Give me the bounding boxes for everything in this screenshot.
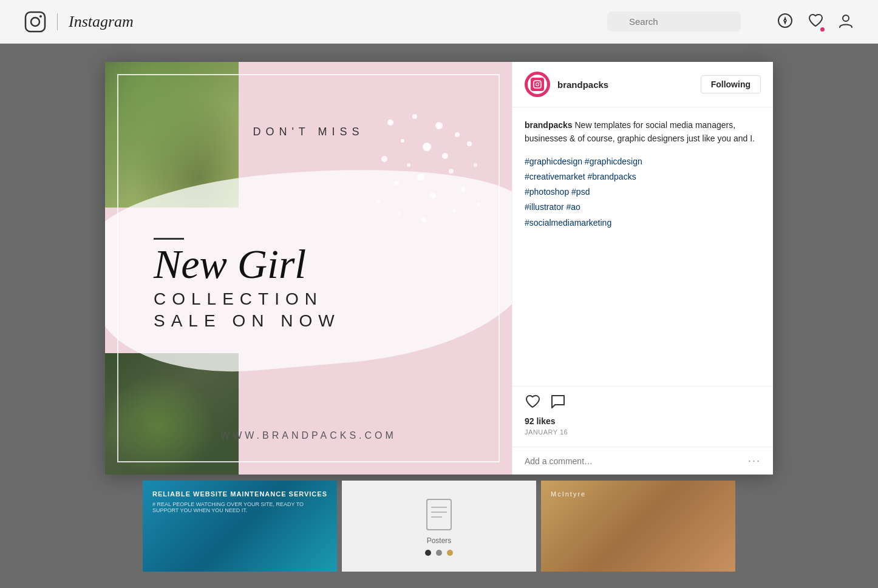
action-icons-row — [525, 394, 761, 411]
svg-point-15 — [381, 156, 387, 162]
thumbnail-1[interactable]: RELIABLE WEBSITE MAINTENANCE SERVICES # … — [143, 481, 337, 572]
post-caption: brandpacks New templates for social medi… — [512, 107, 773, 386]
comment-input[interactable] — [525, 456, 742, 466]
leaf-bottom-left — [105, 353, 239, 475]
thumb3-label: McIntyre — [541, 481, 735, 507]
thumbnail-3[interactable]: McIntyre — [541, 481, 735, 572]
brand-name: Instagram — [69, 13, 134, 31]
svg-point-23 — [376, 200, 380, 203]
thumbnails-row: RELIABLE WEBSITE MAINTENANCE SERVICES # … — [0, 481, 878, 572]
post-card: DON'T MISS New Girl COLLECTION SALE ON N… — [105, 62, 773, 475]
nav-icons — [777, 13, 854, 30]
avatar-inner — [528, 75, 547, 94]
main-content: DON'T MISS New Girl COLLECTION SALE ON N… — [0, 44, 878, 475]
svg-rect-0 — [26, 12, 45, 32]
svg-point-24 — [430, 192, 436, 198]
instagram-logo-icon — [24, 11, 46, 33]
post-actions: 92 likes JANUARY 16 — [512, 386, 773, 447]
svg-point-29 — [477, 203, 480, 206]
caption-paragraph: brandpacks New templates for social medi… — [525, 118, 761, 146]
post-right-panel: brandpacks Following brandpacks New temp… — [512, 62, 773, 475]
svg-point-26 — [398, 212, 401, 215]
search-input[interactable] — [607, 12, 741, 32]
post-header: brandpacks Following — [512, 62, 773, 107]
heart-dot-badge — [820, 27, 825, 32]
svg-point-16 — [407, 163, 410, 167]
nav-divider — [57, 13, 58, 30]
svg-point-19 — [394, 181, 399, 186]
comment-button[interactable] — [550, 394, 566, 411]
svg-point-31 — [536, 83, 539, 86]
more-options[interactable]: ··· — [748, 455, 761, 467]
svg-marker-7 — [783, 20, 787, 25]
thumb2-label: Posters — [427, 536, 452, 545]
svg-point-21 — [449, 169, 454, 174]
like-icon — [525, 394, 540, 410]
explore-icon — [777, 13, 793, 29]
thumbnail-2[interactable]: Posters — [342, 481, 536, 572]
post-username: brandpacks — [557, 79, 693, 90]
thumb1-label: RELIABLE WEBSITE MAINTENANCE SERVICES — [152, 490, 327, 498]
avatar-logo — [531, 78, 544, 91]
new-girl-wrap: New Girl COLLECTION SALE ON NOW — [154, 238, 341, 331]
profile-button[interactable] — [838, 13, 854, 30]
thumb1-sublabel: # REAL PEOPLE WATCHING OVER YOUR SITE, R… — [152, 501, 327, 513]
dash-decoration — [154, 238, 184, 240]
heart-button[interactable] — [808, 13, 823, 30]
search-wrap — [607, 12, 741, 32]
following-button[interactable]: Following — [701, 75, 761, 93]
avatar — [525, 72, 550, 97]
likes-count: 92 likes — [525, 416, 761, 426]
hashtags: #graphicdesign #graphicdesign #creativem… — [525, 154, 761, 231]
svg-point-1 — [31, 18, 39, 26]
post-date: JANUARY 16 — [525, 428, 761, 436]
explore-button[interactable] — [777, 13, 793, 30]
top-navigation: Instagram — [0, 0, 878, 44]
dont-miss-text: DON'T MISS — [105, 126, 512, 138]
sale-text: SALE ON NOW — [154, 311, 341, 331]
svg-point-13 — [423, 143, 431, 151]
svg-rect-30 — [534, 81, 541, 88]
svg-point-17 — [442, 153, 448, 159]
website-text: WWW.BRANDPACKS.COM — [105, 430, 512, 441]
svg-point-9 — [387, 120, 393, 126]
svg-point-25 — [461, 187, 466, 192]
svg-point-20 — [417, 174, 424, 181]
comment-icon — [550, 394, 566, 410]
avatar-logo-icon — [533, 80, 542, 89]
post-image: DON'T MISS New Girl COLLECTION SALE ON N… — [105, 62, 512, 475]
thumb2-icon — [424, 496, 454, 533]
svg-point-18 — [467, 141, 472, 146]
heart-icon — [808, 13, 823, 29]
svg-point-28 — [452, 209, 456, 212]
logo-area: Instagram — [24, 11, 134, 33]
like-button[interactable] — [525, 394, 540, 411]
svg-point-2 — [39, 15, 42, 18]
svg-rect-33 — [427, 499, 451, 530]
svg-point-8 — [843, 15, 849, 21]
profile-icon — [838, 13, 854, 29]
caption-username: brandpacks — [525, 120, 573, 130]
svg-point-5 — [778, 14, 792, 27]
svg-point-27 — [421, 217, 426, 222]
new-girl-text: New Girl — [154, 243, 341, 285]
svg-point-12 — [401, 139, 404, 143]
svg-point-10 — [412, 114, 417, 119]
svg-point-22 — [474, 163, 477, 167]
comment-area: ··· — [512, 447, 773, 475]
collection-text: COLLECTION — [154, 289, 341, 309]
svg-point-32 — [539, 82, 540, 83]
